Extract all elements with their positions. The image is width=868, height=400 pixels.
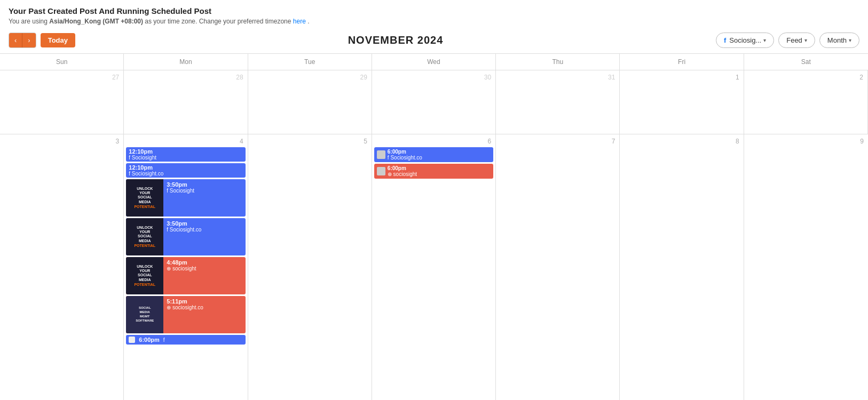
calendar-cell-nov1: 1: [620, 70, 744, 134]
event-4[interactable]: UNLOCKYOURSOCIALMEDIA POTENTIAL 3:50pm f…: [126, 218, 245, 255]
event-info: 4:48pm ⊕ sociosight: [163, 257, 245, 294]
event-2[interactable]: 12:10pm f Sociosight.co: [126, 163, 245, 178]
calendar-grid: Sun Mon Tue Wed Thu Fri Sat 27 28 29 30 …: [0, 53, 868, 400]
prev-button[interactable]: ‹: [9, 33, 22, 47]
calendar-cell-nov5: 5: [248, 134, 372, 400]
event-account: f Sociosight: [129, 155, 156, 161]
event-time: 12:10pm: [129, 148, 156, 155]
event-thumb: UNLOCKYOURSOCIALMEDIA POTENTIAL: [126, 218, 163, 255]
toolbar-right: f Sociosig... ▾ Feed ▾ Month ▾: [716, 33, 859, 48]
calendar-cell-oct30: 30: [372, 70, 496, 134]
header-fri: Fri: [620, 54, 744, 70]
header-sun: Sun: [0, 54, 124, 70]
event-time: 12:10pm: [129, 164, 163, 171]
event-account: f Sociosight: [167, 188, 242, 194]
event-info: 6:00pm ⊕ sociosight: [388, 165, 417, 177]
day-number: 31: [498, 73, 617, 83]
calendar-header-row: Sun Mon Tue Wed Thu Fri Sat: [0, 54, 868, 70]
day-number: 29: [250, 73, 369, 83]
event-info: 3:50pm f Sociosight.co: [163, 218, 245, 255]
day-number: 28: [126, 73, 245, 83]
header-wed: Wed: [372, 54, 496, 70]
calendar-cell-oct31: 31: [496, 70, 620, 134]
event-info: 5:11pm ⊕ sociosight.co: [163, 296, 245, 333]
page-title: Your Past Created Post And Running Sched…: [9, 6, 859, 15]
event-thumb: UNLOCKYOURSOCIALMEDIA POTENTIAL: [126, 179, 163, 217]
event-info: 3:50pm f Sociosight: [163, 179, 245, 217]
header-sat: Sat: [744, 54, 868, 70]
event-time: 6:00pm: [388, 165, 417, 171]
event-time: 5:11pm: [167, 298, 242, 305]
day-number: 9: [746, 137, 866, 147]
calendar-cell-nov8: 8: [620, 134, 744, 400]
account-dropdown[interactable]: f Sociosig... ▾: [716, 33, 774, 48]
day-number: 2: [746, 73, 865, 83]
day-number: 6: [374, 137, 493, 147]
event-time: 3:50pm: [167, 220, 242, 227]
fb-icon: f: [724, 36, 726, 44]
day-number: 1: [622, 73, 741, 83]
page-subtitle: You are using Asia/Hong_Kong (GMT +08:00…: [9, 18, 859, 25]
calendar-title: NOVEMBER 2024: [348, 34, 444, 46]
day-number: 7: [498, 137, 617, 147]
calendar-cell-oct27: 27: [0, 70, 124, 134]
calendar-cell-oct29: 29: [248, 70, 372, 134]
event-account: f Sociosight.co: [129, 171, 163, 177]
calendar-cell-nov9: 9: [744, 134, 868, 400]
event-simple: 12:10pm f Sociosight: [129, 148, 156, 161]
header-mon: Mon: [124, 54, 248, 70]
chevron-down-icon: ▾: [763, 37, 766, 43]
account-label: Sociosig...: [729, 36, 761, 44]
month-label: Month: [827, 36, 847, 44]
event-3[interactable]: UNLOCKYOURSOCIALMEDIA POTENTIAL 3:50pm f…: [126, 179, 245, 217]
event-account: ⊕ sociosight: [167, 266, 242, 271]
toolbar-left: ‹ › Today: [9, 33, 75, 48]
event-info: 6:00pm f Sociosight.co: [388, 149, 422, 161]
month-dropdown[interactable]: Month ▾: [819, 33, 859, 48]
event-platform: f: [163, 337, 165, 343]
event-account: f Sociosight.co: [388, 155, 422, 161]
event-1[interactable]: 12:10pm f Sociosight: [126, 147, 245, 162]
day-number: 3: [2, 137, 121, 147]
chevron-down-icon: ▾: [804, 37, 807, 43]
header-thu: Thu: [496, 54, 620, 70]
calendar-cell-oct28: 28: [124, 70, 248, 134]
chevron-down-icon: ▾: [849, 37, 851, 43]
mini-thumb: [377, 167, 385, 175]
today-button[interactable]: Today: [41, 33, 75, 47]
day-number: 4: [126, 137, 245, 147]
calendar-cell-nov3: 3: [0, 134, 124, 400]
timezone-link[interactable]: here: [293, 18, 306, 25]
event-time: 6:00pm: [388, 149, 422, 155]
day-number: 30: [374, 73, 493, 83]
event-account: ⊕ sociosight: [388, 171, 417, 177]
header-tue: Tue: [248, 54, 372, 70]
event-time: 3:50pm: [167, 181, 242, 188]
day-number: 5: [250, 137, 369, 147]
event-simple: 12:10pm f Sociosight.co: [129, 164, 163, 177]
event-time: 6:00pm: [139, 337, 160, 343]
event-wed-2[interactable]: 6:00pm ⊕ sociosight: [374, 164, 493, 179]
event-wed-1[interactable]: 6:00pm f Sociosight.co: [374, 147, 493, 162]
calendar-cell-nov7: 7: [496, 134, 620, 400]
calendar-cell-nov4[interactable]: 4 12:10pm f Sociosight 12:10pm f Sociosi…: [124, 134, 248, 400]
day-number: 8: [622, 137, 741, 147]
event-thumb: UNLOCKYOURSOCIALMEDIA POTENTIAL: [126, 257, 163, 294]
toolbar: ‹ › Today NOVEMBER 2024 f Sociosig... ▾ …: [0, 27, 868, 53]
page-header: Your Past Created Post And Running Sched…: [0, 0, 868, 27]
event-account: ⊕ sociosight.co: [167, 305, 242, 310]
next-button[interactable]: ›: [22, 33, 35, 47]
mini-thumb-indicator: [129, 337, 135, 343]
calendar-body: 27 28 29 30 31 1 2 3 4 12:10pm: [0, 70, 868, 400]
calendar-cell-nov2: 2: [744, 70, 868, 134]
event-thumb: SOCIALMEDIAMGMTSOFTWARE: [126, 296, 163, 333]
feed-dropdown[interactable]: Feed ▾: [778, 33, 815, 48]
mini-thumb: [377, 150, 385, 159]
event-6[interactable]: SOCIALMEDIAMGMTSOFTWARE 5:11pm ⊕ sociosi…: [126, 296, 245, 333]
calendar-cell-nov6[interactable]: 6 6:00pm f Sociosight.co 6:00pm ⊕ socios…: [372, 134, 496, 400]
event-5[interactable]: UNLOCKYOURSOCIALMEDIA POTENTIAL 4:48pm ⊕…: [126, 257, 245, 294]
feed-label: Feed: [786, 36, 802, 44]
event-account: f Sociosight.co: [167, 227, 242, 233]
day-number: 27: [2, 73, 121, 83]
event-7[interactable]: 6:00pm f: [126, 335, 245, 345]
